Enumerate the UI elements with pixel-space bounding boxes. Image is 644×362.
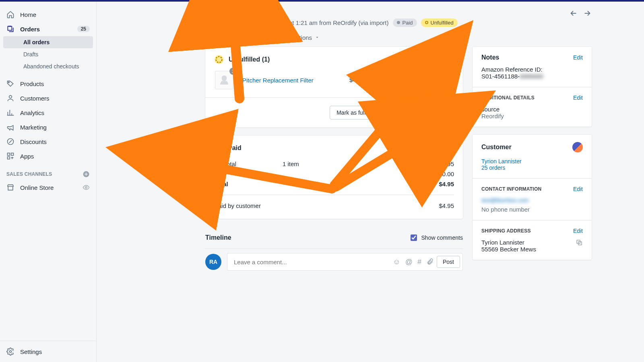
nav-online-store[interactable]: Online Store (0, 180, 96, 195)
refund-action[interactable]: Refund (238, 34, 268, 41)
orders-count-badge: 25 (77, 26, 90, 32)
nav-analytics-label: Analytics (20, 109, 44, 116)
customer-orders-link[interactable]: 25 orders (481, 165, 583, 171)
refund-icon (238, 34, 245, 41)
detail-key: source (481, 106, 583, 113)
mark-fulfilled-button[interactable]: Mark as fulfilled (330, 106, 382, 119)
megaphone-icon (6, 123, 14, 131)
page-title: #1092 (205, 16, 237, 29)
svg-rect-3 (8, 153, 10, 156)
discount-icon (6, 138, 14, 146)
print-action[interactable]: Print (205, 34, 228, 41)
nav-discounts[interactable]: Discounts (0, 134, 96, 149)
detail-value: Reordify (481, 113, 583, 119)
contact-edit[interactable]: Edit (573, 186, 583, 192)
ship-line1: 55569 Becker Mews (481, 246, 576, 253)
notes-card: Notes Edit Amazon Reference ID: S01-4561… (473, 47, 592, 127)
svg-point-7 (85, 187, 87, 189)
nav-settings[interactable]: Settings (0, 341, 96, 362)
analytics-icon (6, 109, 14, 117)
nav-customers[interactable]: Customers (0, 91, 96, 105)
nav-products-label: Products (20, 80, 44, 87)
emoji-icon[interactable]: ☺ (393, 258, 400, 266)
eye-icon[interactable] (83, 184, 90, 191)
line-item: 1 Pitcher Replacement Filter $4.95 × 1 $… (214, 64, 454, 89)
nav-marketing[interactable]: Marketing (0, 120, 96, 134)
next-order[interactable] (583, 9, 592, 18)
chevron-left-icon (205, 8, 209, 12)
unit-price: $4.95 (349, 77, 363, 83)
shipping-title: SHIPPING ADDRESS (481, 228, 531, 234)
caret-down-icon (315, 35, 319, 39)
total-label: Total (214, 181, 283, 187)
timeline-title: Timeline (205, 234, 231, 241)
customer-card: Customer Tyrion Lannister 25 orders CONT… (473, 135, 592, 260)
more-actions[interactable]: More actions (277, 34, 319, 41)
svg-rect-4 (11, 153, 14, 156)
status-paid-badge: Paid (393, 19, 417, 27)
notes-title: Notes (481, 54, 499, 61)
timeline-section: Timeline Show comments RA (205, 227, 463, 271)
nav-online-store-label: Online Store (20, 184, 54, 191)
unfulfilled-ring-icon (214, 55, 224, 64)
nav-settings-label: Settings (20, 348, 42, 355)
attach-icon[interactable] (426, 258, 433, 265)
nav-abandoned[interactable]: Abandoned checkouts (3, 60, 93, 72)
unfulfilled-card: Unfulfilled (1) 1 Pitcher Replacement Fi… (205, 47, 463, 128)
copy-address-icon[interactable] (576, 239, 583, 246)
add-channel-icon[interactable] (83, 171, 90, 178)
home-icon (6, 10, 14, 19)
user-icon (6, 94, 14, 102)
total-value: $4.95 (439, 181, 454, 187)
tax-value: $0.00 (439, 171, 454, 177)
nav-home-label: Home (20, 11, 36, 18)
post-comment-button[interactable]: Post (437, 256, 460, 268)
contact-title: CONTACT INFORMATION (481, 186, 541, 192)
notes-ref-label: Amazon Reference ID: (481, 66, 583, 73)
show-comments-checkbox[interactable]: Show comments (409, 233, 463, 242)
sales-channels-label: SALES CHANNELS (0, 163, 96, 180)
customer-name-link[interactable]: Tyrion Lannister (481, 158, 583, 165)
line-qty-badge: 1 (229, 68, 237, 75)
nav-customers-label: Customers (20, 95, 50, 102)
details-edit[interactable]: Edit (573, 95, 583, 101)
notes-edit[interactable]: Edit (573, 54, 583, 61)
mention-icon[interactable]: @ (405, 258, 413, 266)
nav-analytics[interactable]: Analytics (0, 105, 96, 120)
nav-products[interactable]: Products (0, 76, 96, 91)
prev-order[interactable] (569, 9, 578, 18)
status-unfulfilled-badge: Unfulfilled (421, 19, 458, 27)
customer-title: Customer (481, 144, 512, 151)
nav-drafts[interactable]: Drafts (3, 48, 93, 60)
paid-by-customer-label: Paid by customer (214, 202, 261, 209)
user-avatar: RA (205, 254, 221, 270)
tax-label: Tax (214, 171, 283, 177)
sidebar: Home Orders 25 All orders Drafts Abandon… (0, 2, 97, 362)
breadcrumb-back[interactable]: Orders (205, 7, 229, 14)
paid-title: Paid (214, 144, 454, 152)
subtotal-value: $4.95 (439, 160, 454, 167)
apps-icon (6, 152, 14, 160)
customer-avatar-icon (572, 142, 583, 152)
tag-icon (6, 80, 14, 88)
svg-point-1 (9, 95, 12, 98)
ship-name: Tyrion Lannister (481, 239, 576, 246)
comment-input[interactable] (233, 258, 393, 266)
contact-email[interactable]: test@blurrbox.com (481, 197, 583, 204)
comment-box: ☺ @ # Post (227, 253, 463, 271)
additional-details-title: ADDITIONAL DETAILS (481, 95, 535, 101)
nav-home[interactable]: Home (0, 7, 96, 22)
order-subtitle: October 20, 2020 at 1:21 am from ReOrdif… (241, 19, 389, 26)
shipping-edit[interactable]: Edit (573, 228, 583, 234)
hash-icon[interactable]: # (417, 258, 421, 266)
create-shipping-button[interactable]: Create shipping label (387, 106, 454, 119)
printer-icon (205, 34, 213, 41)
svg-point-0 (8, 82, 10, 83)
unfulfilled-title: Unfulfilled (1) (214, 55, 454, 64)
product-link[interactable]: Pitcher Replacement Filter (242, 77, 314, 84)
nav-orders[interactable]: Orders 25 (0, 22, 96, 36)
nav-orders-label: Orders (20, 26, 40, 33)
nav-apps[interactable]: Apps (0, 149, 96, 163)
nav-all-orders[interactable]: All orders (3, 36, 93, 48)
check-circle-icon (214, 144, 223, 152)
